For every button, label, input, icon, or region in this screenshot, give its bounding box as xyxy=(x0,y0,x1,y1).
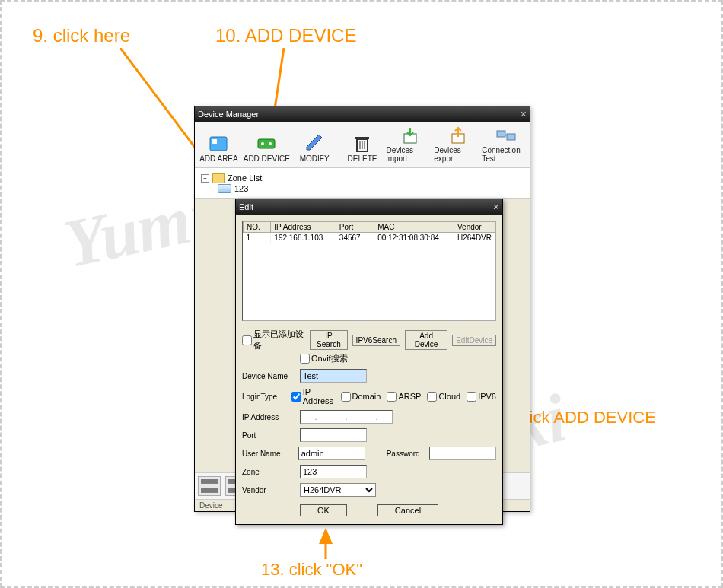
titlebar[interactable]: Device Manager × xyxy=(195,106,530,122)
port-input[interactable] xyxy=(300,428,367,442)
export-icon xyxy=(447,126,469,145)
table-row[interactable]: 1 192.168.1.103 34567 00:12:31:08:30:84 … xyxy=(244,233,495,243)
device-table[interactable]: NO. IP Address Port MAC Vendor 1 192.168… xyxy=(242,221,496,321)
chk-show-added[interactable]: 显示已添加设备 xyxy=(242,329,305,351)
svg-rect-18 xyxy=(497,131,505,137)
add-area-button[interactable]: ADD AREA xyxy=(195,123,243,166)
connection-test-icon xyxy=(495,126,517,145)
callout-10: 10. ADD DEVICE xyxy=(215,25,356,46)
callout-13: 13. click "OK" xyxy=(261,560,362,580)
ip-search-button[interactable]: IP Search xyxy=(310,330,348,350)
svg-rect-15 xyxy=(355,137,369,139)
connection-test-button[interactable]: Connection Test xyxy=(482,123,530,166)
delete-button[interactable]: DELETE xyxy=(339,123,387,166)
folder-icon xyxy=(212,173,225,183)
label-vendor: Vendor xyxy=(242,486,294,494)
cancel-button[interactable]: Cancel xyxy=(377,504,438,516)
device-name-input[interactable] xyxy=(300,369,367,383)
chk-ipv6[interactable]: IPV6 xyxy=(467,392,496,402)
window-title: Device Manager xyxy=(198,110,521,119)
modify-icon xyxy=(304,135,325,153)
devices-import-button[interactable]: Devices import xyxy=(386,123,434,166)
zone-icon xyxy=(218,184,231,193)
modify-button[interactable]: MODIFY xyxy=(291,123,339,166)
label-password: Password xyxy=(387,450,423,458)
label-user-name: User Name xyxy=(242,450,292,458)
status-tab: Device xyxy=(199,501,223,510)
add-device-icon xyxy=(256,135,277,153)
svg-point-8 xyxy=(261,142,264,145)
col-port: Port xyxy=(336,222,374,233)
close-icon[interactable]: × xyxy=(521,109,527,119)
label-ip-address: IP Address xyxy=(242,413,294,421)
toolbar: ADD AREA ADD DEVICE MODIFY DELETE Device… xyxy=(195,122,530,168)
collapse-icon[interactable]: − xyxy=(201,174,209,183)
svg-rect-19 xyxy=(507,134,515,140)
edit-device-button[interactable]: EditDevice xyxy=(452,335,496,346)
chk-cloud[interactable]: Cloud xyxy=(427,392,460,402)
callout-9: 9. click here xyxy=(33,25,130,46)
tree-root[interactable]: − Zone List xyxy=(201,173,524,184)
dialog-titlebar[interactable]: Edit × xyxy=(236,199,502,215)
password-input[interactable] xyxy=(429,447,496,460)
dialog-close-icon[interactable]: × xyxy=(493,202,499,212)
col-ip: IP Address xyxy=(271,222,336,233)
ip-address-input[interactable]: ... xyxy=(300,410,393,424)
chk-ip[interactable]: IP Address xyxy=(291,387,335,405)
col-vendor: Vendor xyxy=(454,222,495,233)
import-icon xyxy=(400,126,421,145)
grid-layout-1[interactable] xyxy=(198,476,221,496)
label-port: Port xyxy=(242,431,294,440)
arrow-13 xyxy=(318,527,333,565)
label-zone: Zone xyxy=(242,468,294,476)
label-device-name: Device Name xyxy=(242,372,294,380)
chk-arsp[interactable]: ARSP xyxy=(387,392,421,402)
user-name-input[interactable] xyxy=(298,447,365,460)
delete-icon xyxy=(352,135,373,153)
zone-tree: − Zone List 123 xyxy=(195,168,530,199)
zone-input[interactable] xyxy=(300,465,367,478)
svg-point-9 xyxy=(269,142,272,145)
tree-child[interactable]: 123 xyxy=(201,184,524,193)
add-area-icon xyxy=(208,135,229,153)
edit-dialog: Edit × NO. IP Address Port MAC Vendor 1 … xyxy=(235,199,503,525)
add-device-button[interactable]: ADD DEVICE xyxy=(243,123,291,166)
label-login-type: LoginType xyxy=(242,393,285,401)
devices-export-button[interactable]: Devices export xyxy=(434,123,482,166)
svg-rect-6 xyxy=(212,139,217,144)
vendor-select[interactable]: H264DVR xyxy=(300,483,376,497)
col-mac: MAC xyxy=(374,222,454,233)
svg-rect-7 xyxy=(258,139,275,148)
dialog-title: Edit xyxy=(239,202,493,211)
chk-domain[interactable]: Domain xyxy=(341,392,381,402)
svg-marker-10 xyxy=(307,135,322,150)
chk-onvif[interactable]: Onvif搜索 xyxy=(300,353,348,364)
ok-button[interactable]: OK xyxy=(300,504,347,516)
ipv6-search-button[interactable]: IPV6Search xyxy=(352,335,400,346)
add-device-button-small[interactable]: Add Device xyxy=(405,330,447,350)
col-no: NO. xyxy=(244,222,271,233)
